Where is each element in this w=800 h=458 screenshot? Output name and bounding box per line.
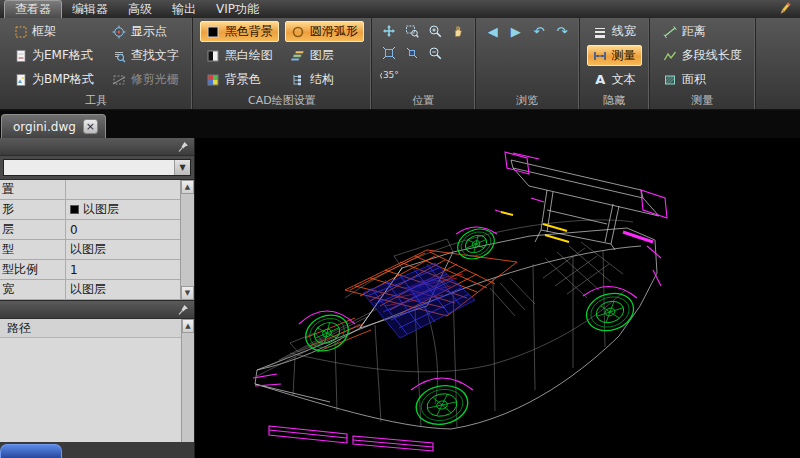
path-panel: 路径 ▲ (0, 319, 194, 442)
distance-icon (663, 24, 678, 39)
zoom-out-icon[interactable] (425, 43, 445, 63)
properties-selector-dropdown[interactable]: ▼ (3, 159, 191, 176)
pencil-icon[interactable] (777, 1, 792, 19)
black-background-toggle[interactable]: 黑色背景 (200, 21, 279, 42)
tab-close-icon[interactable]: × (83, 119, 98, 134)
group-label-cad-settings: CAD绘图设置 (195, 93, 369, 108)
measure-toggle[interactable]: 测量 (587, 45, 642, 66)
property-grid-scrollbar[interactable]: ▲ ▼ (180, 180, 194, 300)
menu-editor[interactable]: 编辑器 (62, 0, 118, 18)
back-arrow-icon[interactable]: ◀ (483, 21, 503, 41)
smooth-arc-toggle[interactable]: 圆滑弧形 (285, 21, 364, 42)
area-button[interactable]: 面积 (657, 69, 748, 90)
zoom-window-icon[interactable] (402, 21, 422, 41)
panel-footer (0, 442, 194, 458)
zoom-selected-icon[interactable] (402, 43, 422, 63)
menu-bar: 查看器 编辑器 高级 输出 VIP功能 (0, 0, 800, 18)
menu-advanced[interactable]: 高级 (118, 0, 162, 18)
emf-format-icon (13, 48, 28, 63)
wheel-rear-left (582, 287, 639, 336)
ribbon-group-hide: 线宽 测量 A文本 隐藏 (580, 18, 650, 109)
ribbon-group-browse: ◀ ▶ ↶ ↷ 浏览 (476, 18, 580, 109)
tab-orgini-dwg[interactable]: orgini.dwg × (1, 114, 106, 138)
car-body-mesh (257, 220, 633, 427)
background-color-icon (206, 72, 221, 87)
ribbon-group-position: 35° 位置 (372, 18, 476, 109)
layers-icon (291, 48, 306, 63)
zoom-extents-icon[interactable] (379, 43, 399, 63)
properties-panel-header (0, 138, 194, 156)
pin-icon[interactable] (178, 304, 189, 319)
menu-vip[interactable]: VIP功能 (206, 0, 269, 18)
show-points-button[interactable]: 显示点 (106, 21, 185, 42)
property-row[interactable]: 型比例1 (0, 260, 180, 280)
wheel-front-near (413, 381, 472, 429)
distance-button[interactable]: 距离 (657, 21, 748, 42)
pin-icon[interactable] (178, 141, 189, 156)
forward-arrow-icon[interactable]: ▶ (506, 21, 526, 41)
zoom-in-icon[interactable] (425, 21, 445, 41)
rear-wing (255, 160, 659, 402)
pan-view-icon[interactable] (379, 21, 399, 41)
taskbar-fragment (0, 444, 62, 458)
area-icon (663, 72, 678, 87)
group-label-browse: 浏览 (478, 93, 577, 108)
trim-raster-button: 修剪光栅 (106, 69, 185, 90)
group-label-hide: 隐藏 (582, 93, 647, 108)
structure-button[interactable]: 结构 (285, 69, 364, 90)
bmp-format-icon (13, 72, 28, 87)
measure-icon (593, 48, 608, 63)
group-label-tools: 工具 (2, 93, 190, 108)
drawing-canvas[interactable] (195, 138, 800, 458)
to-emf-button[interactable]: 为EMF格式 (7, 45, 100, 66)
dropdown-value (4, 160, 174, 175)
color-swatch (70, 205, 79, 214)
black-background-icon (206, 24, 221, 39)
property-row[interactable]: 形以图层 (0, 200, 180, 220)
yellow-details (501, 212, 569, 242)
scroll-up-icon[interactable]: ▲ (181, 180, 194, 194)
background-color-button[interactable]: 背景色 (200, 69, 279, 90)
menu-viewer[interactable]: 查看器 (4, 0, 62, 18)
rotate-35-icon[interactable]: 35° (379, 65, 399, 85)
layers-button[interactable]: 图层 (285, 45, 364, 66)
previous-view-icon[interactable]: ↶ (529, 21, 549, 41)
property-grid: 置 形以图层 层0 型以图层 型比例1 宽以图层 ▲ ▼ (0, 179, 194, 301)
next-view-icon[interactable]: ↷ (552, 21, 572, 41)
structure-icon (291, 72, 306, 87)
property-row[interactable]: 宽以图层 (0, 280, 180, 300)
ribbon: 框架 为EMF格式 为BMP格式 显示点 查找文字 修剪光栅 工具 黑色背景 黑… (0, 18, 800, 110)
bw-drawing-button[interactable]: 黑白绘图 (200, 45, 279, 66)
line-width-button[interactable]: 线宽 (587, 21, 642, 42)
tab-strip: orgini.dwg × (0, 110, 800, 138)
tab-label: orgini.dwg (13, 120, 76, 134)
ribbon-group-tools: 框架 为EMF格式 为BMP格式 显示点 查找文字 修剪光栅 工具 (0, 18, 193, 109)
smooth-arc-icon (291, 24, 306, 39)
polyline-length-icon (663, 48, 678, 63)
to-bmp-button[interactable]: 为BMP格式 (7, 69, 100, 90)
properties-sidebar: ▼ 置 形以图层 层0 型以图层 型比例1 宽以图层 ▲ ▼ (0, 138, 195, 458)
property-row[interactable]: 置 (0, 180, 180, 200)
scroll-up-icon[interactable]: ▲ (182, 319, 194, 333)
hand-pan-icon[interactable] (448, 21, 468, 41)
scroll-down-icon[interactable]: ▼ (181, 286, 194, 300)
dropdown-arrow-icon[interactable]: ▼ (174, 160, 190, 175)
bw-drawing-icon (206, 48, 221, 63)
find-text-icon (112, 48, 127, 63)
path-panel-header (0, 301, 194, 319)
application-window: 查看器 编辑器 高级 输出 VIP功能 框架 为EMF格式 为BMP格式 显示点… (0, 0, 800, 458)
wireframe-car-model (195, 138, 800, 458)
line-width-icon (593, 24, 608, 39)
ribbon-group-cad-settings: 黑色背景 黑白绘图 背景色 圆滑弧形 图层 结构 CAD绘图设置 (193, 18, 372, 109)
frame-button[interactable]: 框架 (7, 21, 100, 42)
property-row[interactable]: 型以图层 (0, 240, 180, 260)
path-panel-scrollbar[interactable]: ▲ (181, 319, 194, 442)
polyline-length-button[interactable]: 多段线长度 (657, 45, 748, 66)
find-text-button[interactable]: 查找文字 (106, 45, 185, 66)
text-button[interactable]: A文本 (587, 69, 642, 90)
path-root-item[interactable]: 路径 (0, 319, 181, 338)
property-row[interactable]: 层0 (0, 220, 180, 240)
text-icon: A (593, 72, 608, 87)
menu-output[interactable]: 输出 (162, 0, 206, 18)
show-points-icon (112, 24, 127, 39)
